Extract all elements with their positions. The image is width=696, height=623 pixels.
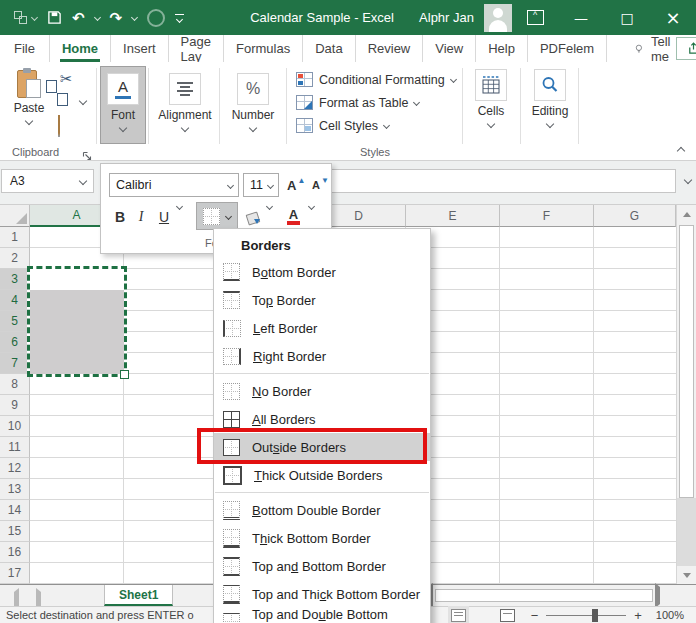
menu-item-thick-outside-borders[interactable]: Thick Outside Borders [214,461,430,489]
ribbon-display-options-button[interactable]: ^ [512,0,558,35]
save-icon[interactable] [47,8,62,28]
row-header-3[interactable]: 3 [0,269,30,290]
row-header-14[interactable]: 14 [0,500,30,521]
vertical-scrollbar-track[interactable] [677,498,696,566]
menu-item-outside-borders[interactable]: Outside Borders [214,433,430,461]
fill-color-dropdown-icon[interactable] [266,203,273,210]
column-header-g[interactable]: G [594,205,676,227]
paste-dropdown-icon[interactable] [25,117,33,125]
format-painter-icon[interactable] [58,116,60,134]
row-header-4[interactable]: 4 [0,290,30,311]
font-color-button[interactable]: A [287,204,300,230]
menu-item-no-border[interactable]: No Border [214,377,430,405]
customize-qat-icon[interactable] [175,14,184,22]
row-header-5[interactable]: 5 [0,311,30,332]
minimize-button[interactable]: — [558,0,604,35]
tab-file[interactable]: File [0,35,50,62]
scroll-up-button[interactable] [677,205,696,223]
tab-formulas[interactable]: Formulas [224,35,303,62]
horizontal-scrollbar[interactable] [428,587,681,604]
row-header-15[interactable]: 15 [0,521,30,542]
row-header-10[interactable]: 10 [0,416,30,437]
zoom-in-button[interactable]: + [634,608,642,623]
page-layout-view-icon[interactable] [500,609,515,622]
row-header-2[interactable]: 2 [0,248,30,269]
tab-review[interactable]: Review [356,35,424,62]
vertical-scrollbar-thumb[interactable] [679,225,694,498]
name-box-dropdown-icon[interactable] [79,177,87,185]
row-header-8[interactable]: 8 [0,374,30,395]
menu-item-top-and-double-bottom-border[interactable]: Top and Double Bottom Border [214,608,430,623]
number-group-button[interactable]: % Number [224,66,282,131]
editing-group-button[interactable]: Editing [524,69,576,127]
decrease-font-size-button[interactable]: A▼ [312,173,329,197]
row-header-16[interactable]: 16 [0,542,30,563]
tab-view[interactable]: View [423,35,476,62]
alignment-group-dropdown-icon[interactable] [181,124,189,132]
normal-view-icon[interactable] [451,609,466,622]
tell-me[interactable]: Tell me [635,35,676,62]
account-name[interactable]: Alphr Jan [419,10,474,25]
tab-data[interactable]: Data [303,35,355,62]
row-header-11[interactable]: 11 [0,437,30,458]
row-header-17[interactable]: 17 [0,563,30,584]
tab-help[interactable]: Help [476,35,528,62]
menu-item-top-and-thick-bottom-border[interactable]: Top and Thick Bottom Border [214,580,430,608]
close-button[interactable]: × [650,0,696,35]
formula-bar-expand-icon[interactable] [684,176,692,184]
undo-icon[interactable]: ↶ [72,8,85,28]
bold-button[interactable]: B [111,204,129,230]
alignment-group-button[interactable]: Alignment [152,66,218,131]
zoom-slider-handle[interactable] [592,609,598,622]
format-as-table-button[interactable]: Format as Table [296,95,419,110]
font-group-dropdown-icon[interactable] [119,124,127,132]
column-header-f[interactable]: F [500,205,594,227]
conditional-formatting-button[interactable]: Conditional Formatting [296,72,456,87]
row-header-13[interactable]: 13 [0,479,30,500]
menu-item-all-borders[interactable]: All Borders [214,405,430,433]
menu-item-bottom-border[interactable]: Bottom Border [214,258,430,286]
name-box[interactable]: A3 [1,169,94,193]
row-header-7[interactable]: 7 [0,353,30,374]
tab-pdfelem[interactable]: PDFelem [528,35,607,62]
scroll-right-button[interactable] [655,587,660,605]
borders-button[interactable] [196,202,238,230]
row-header-6[interactable]: 6 [0,332,30,353]
cell-styles-button[interactable]: Cell Styles [296,118,389,133]
cells-group-button[interactable]: Cells [466,69,516,127]
zoom-slider[interactable] [546,615,626,616]
redo-icon[interactable]: ↷ [110,8,123,28]
zoom-out-button[interactable]: − [531,608,539,623]
italic-button[interactable]: I [133,204,149,230]
avatar[interactable] [484,4,512,32]
share-button[interactable]: Share [676,37,696,60]
row-header-9[interactable]: 9 [0,395,30,416]
undo-dropdown-icon[interactable] [94,14,101,21]
copy-dropdown-icon[interactable] [79,97,87,105]
fill-color-button[interactable] [246,204,260,230]
menu-item-left-border[interactable]: Left Border [214,314,430,342]
number-group-dropdown-icon[interactable] [249,124,257,132]
row-header-1[interactable]: 1 [0,227,30,248]
tab-page-lay[interactable]: Page Lay [169,35,224,62]
cells-dropdown-icon[interactable] [487,120,495,128]
paste-button[interactable]: Paste [8,68,50,144]
font-color-dropdown-icon[interactable] [308,203,315,210]
select-all-corner[interactable] [0,205,30,227]
underline-button[interactable]: U [155,204,173,230]
tab-insert[interactable]: Insert [111,35,169,62]
underline-dropdown-icon[interactable] [176,203,183,210]
horizontal-scrollbar-thumb[interactable] [435,589,653,602]
menu-item-right-border[interactable]: Right Border [214,342,430,370]
vertical-scrollbar[interactable] [676,205,696,584]
font-size-combo[interactable]: 11 [243,173,279,197]
menu-item-top-border[interactable]: Top Border [214,286,430,314]
font-group-button[interactable]: A Font [100,66,146,144]
touch-mouse-mode-icon[interactable] [14,8,37,28]
scroll-down-button[interactable] [677,566,696,584]
editing-dropdown-icon[interactable] [546,120,554,128]
collapse-ribbon-icon[interactable] [677,147,685,155]
font-name-combo[interactable]: Calibri [109,173,239,197]
menu-item-top-and-bottom-border[interactable]: Top and Bottom Border [214,552,430,580]
menu-item-thick-bottom-border[interactable]: Thick Bottom Border [214,524,430,552]
